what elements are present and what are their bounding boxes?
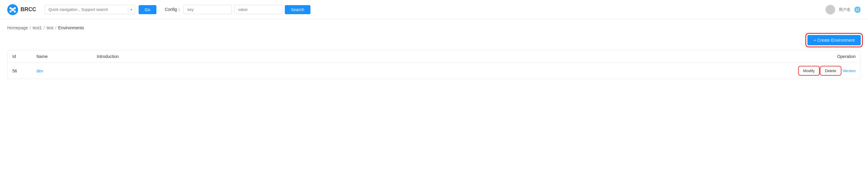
- breadcrumb-sep-1: /: [30, 25, 31, 30]
- table-header: Id Name Introduction Operation: [7, 50, 861, 63]
- config-key-input[interactable]: [184, 5, 232, 14]
- col-id: Id: [12, 54, 36, 59]
- header-right: 用户名 🌐: [826, 5, 861, 15]
- chevron-down-icon[interactable]: ▾: [128, 7, 135, 12]
- go-button[interactable]: Go: [138, 5, 156, 14]
- nav-search-wrapper[interactable]: ▾: [44, 5, 135, 14]
- logo-icon: [7, 4, 18, 15]
- avatar: [826, 5, 835, 15]
- config-section: Config： Search: [165, 5, 310, 14]
- col-operation: Operation: [795, 54, 856, 59]
- breadcrumb-test[interactable]: test: [47, 25, 54, 30]
- modify-button[interactable]: Modify: [799, 67, 818, 75]
- breadcrumb: Homepage / test1 / test / Environments: [0, 19, 868, 35]
- svg-point-5: [11, 8, 14, 11]
- table-row: 56 dev Modify Delete Version: [7, 63, 861, 79]
- col-introduction: Introduction: [97, 54, 795, 59]
- header: BRCC ▾ Go Config： Search 用户名 🌐: [0, 0, 868, 19]
- svg-point-3: [10, 10, 12, 12]
- breadcrumb-test1[interactable]: test1: [33, 25, 41, 30]
- svg-point-1: [10, 7, 12, 9]
- svg-point-4: [14, 10, 16, 12]
- action-bar: + Create Environment: [7, 35, 861, 45]
- username-text: 用户名: [839, 7, 850, 12]
- breadcrumb-sep-2: /: [44, 25, 45, 30]
- version-link[interactable]: Version: [843, 68, 856, 73]
- logo-area: BRCC: [7, 4, 36, 15]
- delete-button[interactable]: Delete: [821, 67, 840, 75]
- globe-icon[interactable]: 🌐: [854, 6, 861, 13]
- row-name[interactable]: dev: [36, 68, 97, 73]
- create-environment-button[interactable]: + Create Environment: [807, 35, 861, 45]
- row-id: 56: [12, 68, 36, 73]
- environments-table: Id Name Introduction Operation 56 dev Mo…: [7, 50, 861, 79]
- config-value-input[interactable]: [234, 5, 282, 14]
- logo-text: BRCC: [21, 6, 36, 13]
- row-operations: Modify Delete Version: [795, 67, 856, 75]
- config-label: Config：: [165, 7, 181, 12]
- main-content: + Create Environment Id Name Introductio…: [0, 35, 868, 79]
- breadcrumb-environments: Environments: [58, 25, 84, 30]
- col-name: Name: [36, 54, 97, 59]
- search-button[interactable]: Search: [285, 5, 310, 14]
- svg-point-2: [14, 7, 16, 9]
- breadcrumb-home[interactable]: Homepage: [7, 25, 28, 30]
- breadcrumb-sep-3: /: [55, 25, 56, 30]
- nav-search-input[interactable]: [45, 5, 128, 14]
